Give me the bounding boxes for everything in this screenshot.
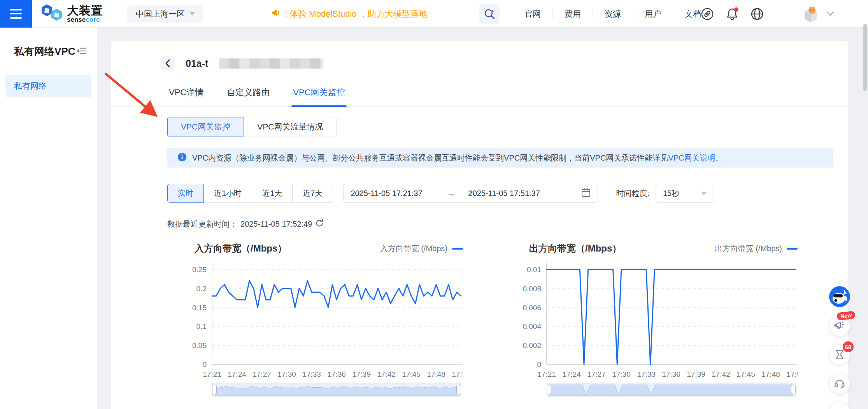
outbound-plot-area: 00.0020.0040.0060.0080.0117:2117:2417:27…: [502, 259, 798, 378]
assistant-mascot-button[interactable]: [829, 286, 850, 308]
outbound-datazoom-slider[interactable]: [547, 381, 796, 398]
svg-text:0: 0: [202, 360, 207, 369]
main-panel: 01a-t VPC详情 自定义路由 VPC网关监控 VPC网关监控 VPC网关流…: [111, 41, 848, 409]
search-icon: [484, 8, 495, 20]
region-selector[interactable]: 中国上海一区: [127, 5, 203, 23]
announcements-button[interactable]: New: [829, 315, 850, 336]
svg-text:17:33: 17:33: [302, 370, 321, 378]
support-button[interactable]: [829, 373, 850, 394]
svg-text:17:48: 17:48: [427, 370, 445, 378]
tab-vpc-gateway-monitor[interactable]: VPC网关监控: [291, 87, 346, 106]
svg-text:17:24: 17:24: [562, 370, 581, 378]
svg-text:17:36: 17:36: [327, 370, 346, 378]
svg-text:17:45: 17:45: [736, 370, 755, 378]
region-label: 中国上海一区: [136, 9, 185, 19]
range-1d-button[interactable]: 近1天: [252, 184, 293, 203]
monitor-subtabs: VPC网关监控 VPC网关流量情况: [167, 117, 337, 136]
svg-text:0.15: 0.15: [192, 304, 207, 312]
sidebar: 私有网络VPC 私有网络: [0, 28, 97, 409]
svg-text:17:39: 17:39: [687, 370, 705, 378]
chart-title: 出方向带宽（/Mbps）: [529, 242, 621, 255]
chevron-left-icon: [165, 59, 171, 68]
granularity-value: 15秒: [663, 188, 679, 199]
nav-link-billing[interactable]: 费用: [553, 9, 593, 19]
sidebar-title: 私有网络VPC: [14, 45, 75, 58]
outbound-bandwidth-chart: 出方向带宽（/Mbps） 出方向带宽 (/Mbps) 00.0020.0040.…: [502, 240, 798, 400]
pending-tasks-button[interactable]: 68: [829, 344, 850, 365]
svg-text:17:33: 17:33: [637, 370, 656, 378]
legend-outbound[interactable]: 出方向带宽 (/Mbps): [715, 243, 798, 254]
inbound-datazoom-slider[interactable]: [212, 381, 461, 398]
back-button[interactable]: [160, 56, 175, 71]
range-arrow-icon: →: [447, 189, 455, 198]
svg-text:0.006: 0.006: [523, 304, 541, 312]
tab-custom-routes[interactable]: 自定义路由: [225, 87, 271, 106]
legend-line-icon: [452, 248, 463, 250]
date-range-picker[interactable]: 2025-11-05 17:21:37 → 2025-11-05 17:51:3…: [343, 184, 598, 203]
range-1h-button[interactable]: 近1小时: [204, 184, 252, 203]
time-range-segment: 实时 近1小时 近1天 近7天: [167, 184, 333, 203]
brand-logo[interactable]: 大装置 sensecore: [40, 3, 103, 24]
menu-button[interactable]: [0, 0, 32, 28]
time-filter-bar: 实时 近1小时 近1天 近7天 2025-11-05 17:21:37 → 20…: [167, 184, 714, 203]
svg-text:0.2: 0.2: [196, 285, 207, 293]
svg-text:17:30: 17:30: [612, 370, 631, 378]
announcement-banner[interactable]: : 体验 ModelStudio ，助力大模型落地: [272, 0, 428, 28]
nav-link-official[interactable]: 官网: [513, 9, 552, 19]
svg-text:0.004: 0.004: [523, 322, 541, 330]
floating-helper-stack: New 68: [829, 286, 850, 409]
nav-link-resources[interactable]: 资源: [593, 9, 633, 19]
headset-icon: [834, 378, 845, 389]
granularity-select[interactable]: 15秒: [656, 184, 714, 203]
account-menu[interactable]: [801, 4, 834, 23]
updated-time: 2025-11-05 17:52:49: [240, 220, 312, 229]
svg-text:0: 0: [537, 360, 541, 369]
svg-text:17:51: 17:51: [452, 370, 463, 378]
count-badge: 68: [843, 341, 854, 352]
svg-text:17:48: 17:48: [761, 370, 780, 378]
svg-text:17:21: 17:21: [203, 370, 221, 378]
legend-line-icon: [787, 248, 798, 250]
subtab-gateway-monitor[interactable]: VPC网关监控: [167, 117, 244, 136]
detail-tabs: VPC详情 自定义路由 VPC网关监控: [111, 87, 848, 107]
svg-text:0.002: 0.002: [523, 341, 541, 350]
collapse-sidebar-icon[interactable]: [77, 46, 87, 57]
svg-text:0.01: 0.01: [527, 266, 541, 274]
svg-text:17:30: 17:30: [277, 370, 296, 378]
more-helper-button[interactable]: [829, 402, 850, 409]
redacted-title: [219, 58, 323, 69]
globe-icon: [751, 7, 764, 21]
notifications-button[interactable]: [725, 7, 739, 21]
svg-text:17:21: 17:21: [537, 370, 556, 378]
share-link-button[interactable]: [700, 7, 714, 21]
info-banner: VPC内资源（除业务网裸金属）与公网、部分公共服务互通或容器裸金属互通时性能会受…: [167, 148, 833, 168]
chevron-down-icon: [701, 192, 707, 195]
legend-inbound[interactable]: 入方向带宽 (/Mbps): [380, 243, 463, 254]
tab-vpc-details[interactable]: VPC详情: [167, 87, 205, 106]
banner-text: VPC内资源（除业务网裸金属）与公网、部分公共服务互通或容器裸金属互通时性能会受…: [192, 153, 723, 163]
nav-link-users[interactable]: 用户: [633, 9, 673, 19]
sidebar-item-private-network[interactable]: 私有网络: [5, 75, 91, 97]
refresh-icon[interactable]: [315, 219, 324, 229]
range-realtime-button[interactable]: 实时: [167, 184, 204, 203]
subtab-gateway-traffic[interactable]: VPC网关流量情况: [244, 117, 337, 136]
brand-subname: sensecore: [67, 16, 103, 23]
svg-text:17:39: 17:39: [352, 370, 371, 378]
range-7d-button[interactable]: 近7天: [293, 184, 333, 203]
svg-text:0.25: 0.25: [192, 266, 207, 274]
svg-text:17:27: 17:27: [587, 370, 606, 378]
language-button[interactable]: [750, 7, 764, 21]
granularity-label: 时间粒度:: [616, 188, 649, 199]
avatar: [801, 4, 820, 23]
brand-name: 大装置: [67, 5, 103, 16]
svg-text:0.05: 0.05: [192, 341, 207, 350]
date-end-value: 2025-11-05 17:51:37: [468, 189, 540, 198]
svg-text:17:27: 17:27: [253, 370, 271, 378]
notification-dot: [734, 7, 738, 12]
svg-text:0.008: 0.008: [523, 285, 541, 293]
search-button[interactable]: [479, 4, 500, 24]
gateway-doc-link[interactable]: VPC网关说明: [668, 154, 715, 162]
page-title: 01a-t: [186, 58, 208, 69]
page-scrollbar[interactable]: [863, 24, 867, 91]
logo-hexagons-icon: [40, 3, 63, 24]
